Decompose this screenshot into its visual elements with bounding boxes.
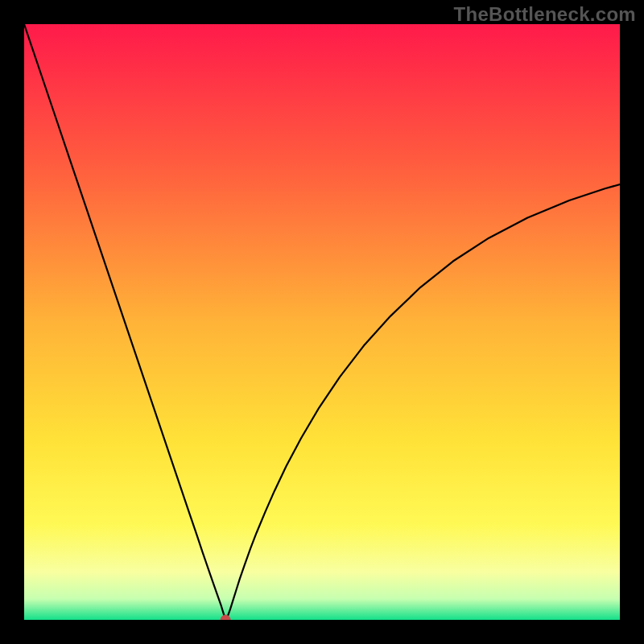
plot-area bbox=[24, 24, 620, 620]
bottleneck-plot-svg bbox=[24, 24, 620, 620]
attribution-label: TheBottleneck.com bbox=[454, 3, 636, 26]
chart-frame: { "attribution": "TheBottleneck.com", "c… bbox=[0, 0, 644, 644]
plot-background bbox=[24, 24, 620, 620]
